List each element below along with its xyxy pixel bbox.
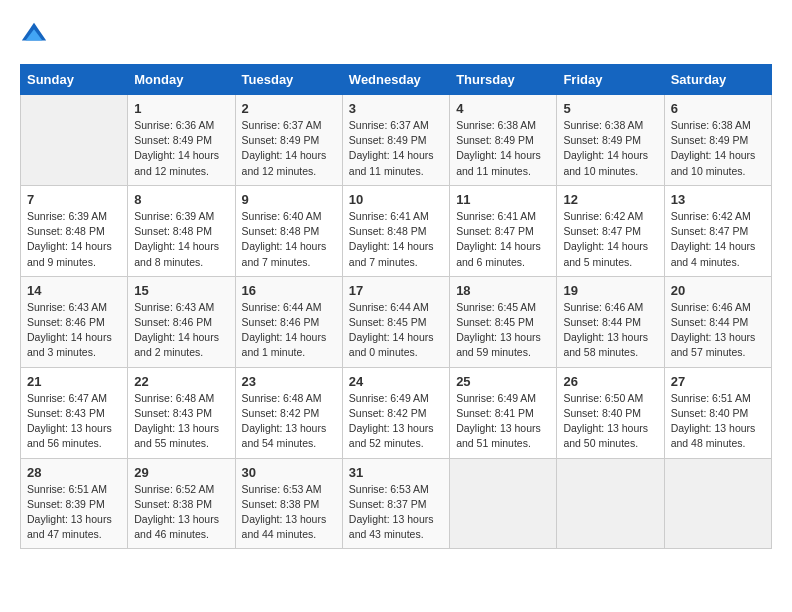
- cell-content: Sunrise: 6:40 AM Sunset: 8:48 PM Dayligh…: [242, 209, 336, 270]
- calendar-cell: 8Sunrise: 6:39 AM Sunset: 8:48 PM Daylig…: [128, 185, 235, 276]
- day-number: 5: [563, 101, 657, 116]
- calendar-cell: 13Sunrise: 6:42 AM Sunset: 8:47 PM Dayli…: [664, 185, 771, 276]
- calendar-cell: 6Sunrise: 6:38 AM Sunset: 8:49 PM Daylig…: [664, 95, 771, 186]
- calendar-cell: 26Sunrise: 6:50 AM Sunset: 8:40 PM Dayli…: [557, 367, 664, 458]
- day-number: 15: [134, 283, 228, 298]
- day-number: 16: [242, 283, 336, 298]
- calendar-cell: 19Sunrise: 6:46 AM Sunset: 8:44 PM Dayli…: [557, 276, 664, 367]
- cell-content: Sunrise: 6:47 AM Sunset: 8:43 PM Dayligh…: [27, 391, 121, 452]
- calendar-cell: 28Sunrise: 6:51 AM Sunset: 8:39 PM Dayli…: [21, 458, 128, 549]
- calendar-cell: 24Sunrise: 6:49 AM Sunset: 8:42 PM Dayli…: [342, 367, 449, 458]
- calendar-cell: 20Sunrise: 6:46 AM Sunset: 8:44 PM Dayli…: [664, 276, 771, 367]
- day-number: 19: [563, 283, 657, 298]
- weekday-header: Thursday: [450, 65, 557, 95]
- cell-content: Sunrise: 6:46 AM Sunset: 8:44 PM Dayligh…: [671, 300, 765, 361]
- cell-content: Sunrise: 6:41 AM Sunset: 8:48 PM Dayligh…: [349, 209, 443, 270]
- day-number: 26: [563, 374, 657, 389]
- calendar-cell: 17Sunrise: 6:44 AM Sunset: 8:45 PM Dayli…: [342, 276, 449, 367]
- cell-content: Sunrise: 6:39 AM Sunset: 8:48 PM Dayligh…: [27, 209, 121, 270]
- calendar-cell: 18Sunrise: 6:45 AM Sunset: 8:45 PM Dayli…: [450, 276, 557, 367]
- calendar-cell: 2Sunrise: 6:37 AM Sunset: 8:49 PM Daylig…: [235, 95, 342, 186]
- cell-content: Sunrise: 6:43 AM Sunset: 8:46 PM Dayligh…: [134, 300, 228, 361]
- calendar-week-row: 7Sunrise: 6:39 AM Sunset: 8:48 PM Daylig…: [21, 185, 772, 276]
- calendar-cell: [664, 458, 771, 549]
- cell-content: Sunrise: 6:44 AM Sunset: 8:45 PM Dayligh…: [349, 300, 443, 361]
- cell-content: Sunrise: 6:38 AM Sunset: 8:49 PM Dayligh…: [456, 118, 550, 179]
- calendar-cell: 30Sunrise: 6:53 AM Sunset: 8:38 PM Dayli…: [235, 458, 342, 549]
- calendar-cell: [450, 458, 557, 549]
- cell-content: Sunrise: 6:49 AM Sunset: 8:41 PM Dayligh…: [456, 391, 550, 452]
- calendar-cell: 14Sunrise: 6:43 AM Sunset: 8:46 PM Dayli…: [21, 276, 128, 367]
- cell-content: Sunrise: 6:43 AM Sunset: 8:46 PM Dayligh…: [27, 300, 121, 361]
- weekday-header: Wednesday: [342, 65, 449, 95]
- day-number: 12: [563, 192, 657, 207]
- calendar-cell: 23Sunrise: 6:48 AM Sunset: 8:42 PM Dayli…: [235, 367, 342, 458]
- cell-content: Sunrise: 6:36 AM Sunset: 8:49 PM Dayligh…: [134, 118, 228, 179]
- calendar-cell: 16Sunrise: 6:44 AM Sunset: 8:46 PM Dayli…: [235, 276, 342, 367]
- weekday-header: Monday: [128, 65, 235, 95]
- day-number: 17: [349, 283, 443, 298]
- day-number: 21: [27, 374, 121, 389]
- calendar-cell: 9Sunrise: 6:40 AM Sunset: 8:48 PM Daylig…: [235, 185, 342, 276]
- calendar-cell: 29Sunrise: 6:52 AM Sunset: 8:38 PM Dayli…: [128, 458, 235, 549]
- calendar-cell: 5Sunrise: 6:38 AM Sunset: 8:49 PM Daylig…: [557, 95, 664, 186]
- cell-content: Sunrise: 6:48 AM Sunset: 8:43 PM Dayligh…: [134, 391, 228, 452]
- calendar-cell: 11Sunrise: 6:41 AM Sunset: 8:47 PM Dayli…: [450, 185, 557, 276]
- cell-content: Sunrise: 6:48 AM Sunset: 8:42 PM Dayligh…: [242, 391, 336, 452]
- day-number: 23: [242, 374, 336, 389]
- calendar-week-row: 14Sunrise: 6:43 AM Sunset: 8:46 PM Dayli…: [21, 276, 772, 367]
- cell-content: Sunrise: 6:51 AM Sunset: 8:40 PM Dayligh…: [671, 391, 765, 452]
- cell-content: Sunrise: 6:53 AM Sunset: 8:37 PM Dayligh…: [349, 482, 443, 543]
- day-number: 27: [671, 374, 765, 389]
- logo-icon: [20, 20, 48, 48]
- cell-content: Sunrise: 6:38 AM Sunset: 8:49 PM Dayligh…: [671, 118, 765, 179]
- day-number: 4: [456, 101, 550, 116]
- cell-content: Sunrise: 6:46 AM Sunset: 8:44 PM Dayligh…: [563, 300, 657, 361]
- calendar-cell: 12Sunrise: 6:42 AM Sunset: 8:47 PM Dayli…: [557, 185, 664, 276]
- cell-content: Sunrise: 6:50 AM Sunset: 8:40 PM Dayligh…: [563, 391, 657, 452]
- cell-content: Sunrise: 6:52 AM Sunset: 8:38 PM Dayligh…: [134, 482, 228, 543]
- day-number: 8: [134, 192, 228, 207]
- calendar-cell: [21, 95, 128, 186]
- cell-content: Sunrise: 6:38 AM Sunset: 8:49 PM Dayligh…: [563, 118, 657, 179]
- day-number: 6: [671, 101, 765, 116]
- calendar-cell: 21Sunrise: 6:47 AM Sunset: 8:43 PM Dayli…: [21, 367, 128, 458]
- calendar-cell: 10Sunrise: 6:41 AM Sunset: 8:48 PM Dayli…: [342, 185, 449, 276]
- day-number: 3: [349, 101, 443, 116]
- day-number: 10: [349, 192, 443, 207]
- cell-content: Sunrise: 6:45 AM Sunset: 8:45 PM Dayligh…: [456, 300, 550, 361]
- calendar-cell: 31Sunrise: 6:53 AM Sunset: 8:37 PM Dayli…: [342, 458, 449, 549]
- calendar-cell: 22Sunrise: 6:48 AM Sunset: 8:43 PM Dayli…: [128, 367, 235, 458]
- day-number: 25: [456, 374, 550, 389]
- day-number: 2: [242, 101, 336, 116]
- day-number: 20: [671, 283, 765, 298]
- cell-content: Sunrise: 6:37 AM Sunset: 8:49 PM Dayligh…: [349, 118, 443, 179]
- weekday-header: Tuesday: [235, 65, 342, 95]
- calendar-cell: 7Sunrise: 6:39 AM Sunset: 8:48 PM Daylig…: [21, 185, 128, 276]
- day-number: 1: [134, 101, 228, 116]
- calendar-cell: [557, 458, 664, 549]
- day-number: 30: [242, 465, 336, 480]
- calendar-cell: 15Sunrise: 6:43 AM Sunset: 8:46 PM Dayli…: [128, 276, 235, 367]
- weekday-header: Saturday: [664, 65, 771, 95]
- calendar-cell: 25Sunrise: 6:49 AM Sunset: 8:41 PM Dayli…: [450, 367, 557, 458]
- calendar-cell: 4Sunrise: 6:38 AM Sunset: 8:49 PM Daylig…: [450, 95, 557, 186]
- day-number: 13: [671, 192, 765, 207]
- day-number: 14: [27, 283, 121, 298]
- cell-content: Sunrise: 6:42 AM Sunset: 8:47 PM Dayligh…: [671, 209, 765, 270]
- calendar-week-row: 28Sunrise: 6:51 AM Sunset: 8:39 PM Dayli…: [21, 458, 772, 549]
- cell-content: Sunrise: 6:44 AM Sunset: 8:46 PM Dayligh…: [242, 300, 336, 361]
- calendar-cell: 1Sunrise: 6:36 AM Sunset: 8:49 PM Daylig…: [128, 95, 235, 186]
- calendar-week-row: 21Sunrise: 6:47 AM Sunset: 8:43 PM Dayli…: [21, 367, 772, 458]
- cell-content: Sunrise: 6:39 AM Sunset: 8:48 PM Dayligh…: [134, 209, 228, 270]
- weekday-header: Friday: [557, 65, 664, 95]
- day-number: 31: [349, 465, 443, 480]
- cell-content: Sunrise: 6:37 AM Sunset: 8:49 PM Dayligh…: [242, 118, 336, 179]
- cell-content: Sunrise: 6:51 AM Sunset: 8:39 PM Dayligh…: [27, 482, 121, 543]
- weekday-header: Sunday: [21, 65, 128, 95]
- calendar-table: SundayMondayTuesdayWednesdayThursdayFrid…: [20, 64, 772, 549]
- calendar-cell: 27Sunrise: 6:51 AM Sunset: 8:40 PM Dayli…: [664, 367, 771, 458]
- cell-content: Sunrise: 6:53 AM Sunset: 8:38 PM Dayligh…: [242, 482, 336, 543]
- page-header: [20, 20, 772, 48]
- day-number: 24: [349, 374, 443, 389]
